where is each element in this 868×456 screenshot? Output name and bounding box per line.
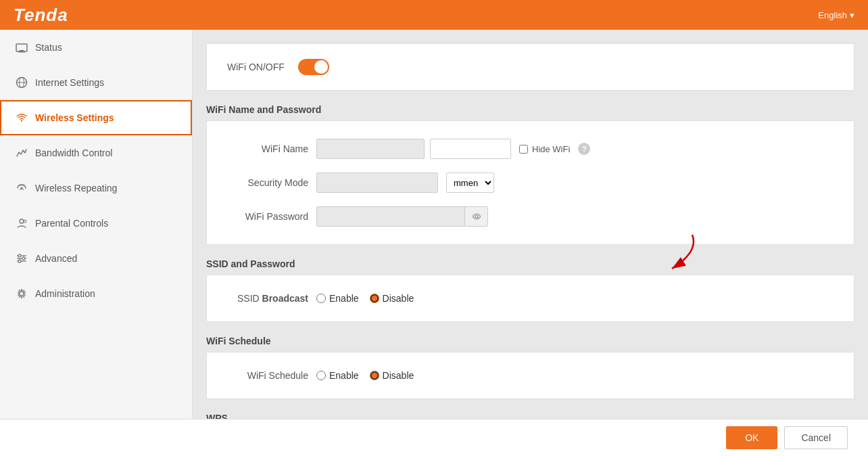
sidebar-item-wireless[interactable]: Wireless Settings <box>0 100 192 135</box>
logo: Tenda <box>14 5 68 26</box>
security-mode-input[interactable] <box>316 173 438 193</box>
header: Tenda English ▾ <box>0 0 868 30</box>
wifi-name-input-group <box>316 139 511 159</box>
svg-point-17 <box>475 215 478 218</box>
schedule-title: WiFi Schedule <box>206 329 854 352</box>
main-layout: Status Internet Settings <box>0 30 868 456</box>
sidebar-label-bandwidth: Bandwidth Control <box>35 147 112 158</box>
svg-point-15 <box>18 260 21 263</box>
schedule-enable-label: Enable <box>329 370 359 381</box>
sidebar-item-repeating[interactable]: Wireless Repeating <box>0 170 192 206</box>
security-mode-label: Security Mode <box>220 177 308 188</box>
bandwidth-icon <box>15 146 28 160</box>
sidebar-item-parental[interactable]: Parental Controls <box>0 206 192 241</box>
svg-point-14 <box>22 257 25 260</box>
wifi-name-input[interactable] <box>316 139 425 159</box>
parental-icon <box>15 216 28 230</box>
wifi-password-label: WiFi Password <box>220 211 308 222</box>
ok-button[interactable]: OK <box>726 426 777 449</box>
repeating-icon <box>15 181 28 195</box>
sidebar-label-parental: Parental Controls <box>35 218 108 229</box>
schedule-disable-label: Disable <box>383 370 414 381</box>
ssid-enable-label: Enable <box>329 293 359 304</box>
sidebar-label-internet: Internet Settings <box>35 77 104 88</box>
internet-icon <box>15 76 28 89</box>
sidebar-label-admin: Administration <box>35 288 95 299</box>
wireless-icon <box>15 111 28 124</box>
language-label: English <box>818 10 847 20</box>
wifi-name-title: WiFi Name and Password <box>206 97 854 120</box>
schedule-disable-option[interactable]: Disable <box>370 370 414 381</box>
hide-wifi-checkbox[interactable] <box>519 145 528 154</box>
svg-point-6 <box>21 120 22 122</box>
password-toggle-button[interactable] <box>465 206 488 227</box>
ssid-broadcast-bold: Broadcast <box>262 293 308 304</box>
main-content: WiFi ON/OFF WiFi Name and Password WiFi … <box>193 30 868 456</box>
wifi-toggle-switch[interactable] <box>298 59 329 75</box>
ssid-enable-option[interactable]: Enable <box>316 293 359 304</box>
schedule-section: WiFi Schedule WiFi Schedule Enable Disab… <box>206 329 854 399</box>
svg-point-13 <box>18 254 21 257</box>
svg-rect-2 <box>18 51 25 53</box>
schedule-label: WiFi Schedule <box>220 370 308 381</box>
ssid-enable-radio[interactable] <box>316 294 326 303</box>
ssid-disable-option[interactable]: Disable <box>370 293 414 304</box>
sidebar-label-repeating: Wireless Repeating <box>35 183 117 193</box>
svg-rect-1 <box>20 50 24 51</box>
security-mode-select[interactable]: mmen WPA2 WPA <box>446 173 494 193</box>
wifi-password-row: WiFi Password <box>220 200 840 233</box>
sidebar: Status Internet Settings <box>0 30 193 456</box>
wifi-name-section: WiFi Name and Password WiFi Name Hide Wi… <box>206 97 854 245</box>
sidebar-label-advanced: Advanced <box>35 253 77 264</box>
ssid-body: SSID Broadcast Enable Disable <box>206 275 854 322</box>
ssid-disable-label: Disable <box>383 293 414 304</box>
wifi-name-input-2[interactable] <box>430 139 511 159</box>
chevron-down-icon: ▾ <box>850 10 854 20</box>
wifi-name-label: WiFi Name <box>220 143 308 154</box>
ssid-disable-radio[interactable] <box>370 294 379 303</box>
svg-point-16 <box>20 292 24 296</box>
sidebar-item-advanced[interactable]: Advanced <box>0 241 192 276</box>
sidebar-item-bandwidth[interactable]: Bandwidth Control <box>0 135 192 170</box>
sidebar-label-status: Status <box>35 42 62 53</box>
schedule-enable-radio[interactable] <box>316 371 326 380</box>
hide-wifi-label-group[interactable]: Hide WiFi <box>519 144 570 154</box>
password-input-group <box>316 206 488 227</box>
status-icon <box>15 41 28 54</box>
toggle-slider <box>298 59 329 75</box>
ssid-broadcast-row: SSID Broadcast Enable Disable <box>220 286 840 311</box>
help-icon[interactable]: ? <box>578 143 590 155</box>
schedule-radio-group: Enable Disable <box>316 370 414 381</box>
cancel-button[interactable]: Cancel <box>784 426 848 449</box>
wifi-password-input[interactable] <box>316 206 465 227</box>
svg-point-8 <box>20 219 24 223</box>
sidebar-item-admin[interactable]: Administration <box>0 276 192 311</box>
advanced-icon <box>15 252 28 265</box>
security-mode-row: Security Mode mmen WPA2 WPA <box>220 166 840 200</box>
schedule-body: WiFi Schedule Enable Disable <box>206 352 854 399</box>
schedule-enable-option[interactable]: Enable <box>316 370 359 381</box>
schedule-disable-radio[interactable] <box>370 371 379 380</box>
wifi-name-row: WiFi Name Hide WiFi ? <box>220 132 840 166</box>
wifi-toggle-label: WiFi ON/OFF <box>227 62 285 72</box>
ssid-broadcast-radio-group: Enable Disable <box>316 293 414 304</box>
sidebar-item-status[interactable]: Status <box>0 30 192 65</box>
sidebar-label-wireless: Wireless Settings <box>35 112 114 123</box>
wifi-toggle-row: WiFi ON/OFF <box>206 43 854 91</box>
wifi-name-body: WiFi Name Hide WiFi ? Security Mode <box>206 120 854 245</box>
ssid-title: SSID and Password <box>206 252 854 275</box>
schedule-row: WiFi Schedule Enable Disable <box>220 363 840 388</box>
language-selector[interactable]: English ▾ <box>818 10 854 20</box>
ssid-section: SSID and Password SSID Broadcast <box>206 252 854 322</box>
admin-icon <box>15 287 28 300</box>
ssid-label: SSID Broadcast <box>220 293 308 304</box>
hide-wifi-text: Hide WiFi <box>532 144 570 154</box>
footer-bar: OK Cancel <box>0 419 868 456</box>
sidebar-item-internet[interactable]: Internet Settings <box>0 65 192 100</box>
